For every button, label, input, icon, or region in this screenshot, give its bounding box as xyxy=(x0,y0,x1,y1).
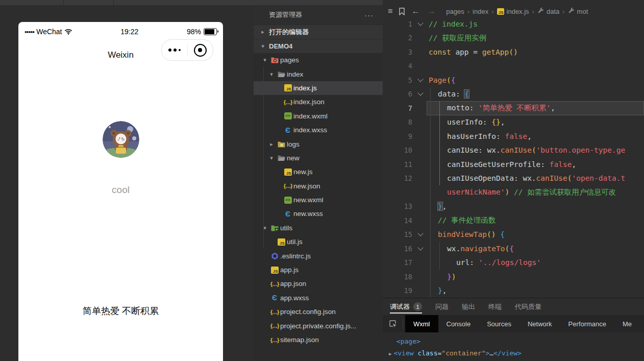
tree-item-new[interactable]: ▾new xyxy=(254,151,383,165)
code-line-8[interactable]: 8userInfo: {}, xyxy=(383,115,644,130)
token: ) xyxy=(505,188,510,196)
line-number[interactable]: 19 xyxy=(383,286,412,295)
code-line-10[interactable]: 10canIUse: wx.canIUse('button.open-type.… xyxy=(383,143,644,158)
tree-item-app.js[interactable]: JSapp.js xyxy=(254,263,383,277)
line-number[interactable]: 12 xyxy=(383,174,412,182)
code-line-4[interactable]: 4 xyxy=(383,59,644,74)
line-number[interactable]: 2 xyxy=(383,34,412,42)
explorer-section-DEMO4[interactable]: ▾DEMO4 xyxy=(254,39,383,53)
line-number[interactable]: 6 xyxy=(383,90,412,98)
code-line-12[interactable]: 12canIUseOpenData: wx.canIUse('open-data… xyxy=(383,172,644,186)
tree-item-pages[interactable]: ▾pages xyxy=(254,53,383,67)
user-avatar[interactable] xyxy=(103,121,139,158)
line-number[interactable]: 10 xyxy=(383,146,412,154)
chevron-down-icon xyxy=(417,76,423,82)
devtools-tab-Network[interactable]: Network xyxy=(519,315,560,332)
bookmark-icon[interactable] xyxy=(399,8,405,15)
tree-item-.eslintrc.js[interactable]: .eslintrc.js xyxy=(254,249,383,262)
line-number[interactable]: 7 xyxy=(383,104,412,112)
line-number[interactable]: 17 xyxy=(383,258,412,267)
debugger-tab-调试器[interactable]: 调试器1 xyxy=(390,298,422,315)
tree-item-util.js[interactable]: JSutil.js xyxy=(254,235,383,249)
code-line-1[interactable]: 1// index.js xyxy=(383,17,644,31)
code-line-17[interactable]: 17url: '../logs/logs' xyxy=(383,256,644,270)
fold-chevron-icon[interactable] xyxy=(412,23,429,25)
line-number[interactable]: 8 xyxy=(383,118,412,126)
line-number[interactable]: 9 xyxy=(383,132,412,140)
fold-chevron-icon[interactable] xyxy=(412,233,429,235)
fold-chevron-icon[interactable] xyxy=(412,79,429,81)
fold-chevron-icon[interactable] xyxy=(412,93,429,95)
line-number[interactable]: 15 xyxy=(383,230,412,238)
more-button[interactable] xyxy=(162,40,187,60)
tree-item-index[interactable]: ▾index xyxy=(254,67,383,81)
devtools-tab-Console[interactable]: Console xyxy=(438,315,479,332)
devtools-tab-Performance[interactable]: Performance xyxy=(560,315,614,332)
fold-chevron-icon[interactable] xyxy=(412,248,429,250)
code-line-16[interactable]: 16wx.navigateTo({ xyxy=(383,242,644,256)
explorer-more-icon[interactable]: ··· xyxy=(364,11,374,19)
debugger-tab-代码质量[interactable]: 代码质量 xyxy=(515,298,541,315)
close-minibar-button[interactable] xyxy=(188,40,213,60)
debugger-tab-问题[interactable]: 问题 xyxy=(435,298,449,315)
navigate-forward-icon[interactable]: → xyxy=(427,6,436,16)
code-line-5[interactable]: 5Page({ xyxy=(383,73,644,87)
breadcrumb-item-data[interactable]: data xyxy=(537,7,559,15)
navigate-back-icon[interactable]: ← xyxy=(411,6,420,16)
breadcrumb-item-index[interactable]: index xyxy=(473,8,488,15)
inspect-element-icon[interactable] xyxy=(389,320,398,328)
code-area[interactable]: 1// index.js2// 获取应用实例3const app = getAp… xyxy=(383,17,644,298)
code-line-18[interactable]: 18}) xyxy=(383,270,644,284)
tree-item-new.json[interactable]: {…}new.json xyxy=(254,179,383,193)
code-line-13[interactable]: 13}, xyxy=(383,200,644,214)
code-line-9[interactable]: 9hasUserInfo: false, xyxy=(383,129,644,143)
breadcrumb-item-pages[interactable]: pages xyxy=(446,8,464,15)
tree-item-new.wxss[interactable]: Эnew.wxss xyxy=(254,207,383,221)
line-number[interactable]: 5 xyxy=(383,76,412,84)
tree-item-utils[interactable]: ▾utils xyxy=(254,221,383,235)
code-line-2[interactable]: 2// 获取应用实例 xyxy=(383,31,644,45)
line-number[interactable]: 14 xyxy=(383,216,412,225)
tree-item-project.config.json[interactable]: {…}project.config.json xyxy=(254,305,383,319)
breadcrumb-separator: › xyxy=(467,8,469,15)
code-line-6[interactable]: 6data: { xyxy=(383,87,644,102)
tree-item-logs[interactable]: ▸logs xyxy=(254,137,383,151)
tree-item-index.js[interactable]: JSindex.js xyxy=(254,81,383,95)
line-number[interactable]: 3 xyxy=(383,48,412,56)
file-label: new.js xyxy=(293,168,313,176)
tree-item-new.wxml[interactable]: <>new.wxml xyxy=(254,193,383,207)
code-text: wx.navigateTo({ xyxy=(429,245,514,253)
tree-item-index.wxml[interactable]: <>index.wxml xyxy=(254,109,383,123)
line-number[interactable]: 18 xyxy=(383,273,412,281)
devtools-tab-Me[interactable]: Me xyxy=(614,315,640,332)
line-number[interactable]: 1 xyxy=(383,20,412,28)
code-line-15[interactable]: 15bindViewTap() { xyxy=(383,228,644,242)
debugger-tab-输出[interactable]: 输出 xyxy=(462,298,475,315)
devtools-tab-Sources[interactable]: Sources xyxy=(479,315,519,332)
line-number[interactable]: 16 xyxy=(383,245,412,253)
devtools-tab-Wxml[interactable]: Wxml xyxy=(405,315,438,332)
tree-item-app.wxss[interactable]: Эapp.wxss xyxy=(254,291,383,305)
code-line-14[interactable]: 14// 事件处理函数 xyxy=(383,213,644,228)
explorer-section-open-editors[interactable]: ▸打开的编辑器 xyxy=(254,25,383,39)
code-line-11[interactable]: 11canIUseGetUserProfile: false, xyxy=(383,157,644,172)
tree-item-index.json[interactable]: {…}index.json xyxy=(254,95,383,109)
tree-item-sitemap.json[interactable]: {…}sitemap.json xyxy=(254,333,383,347)
code-line-12-wrap[interactable]: userNickName') // 如需尝试获取用户信息可改 xyxy=(383,185,644,200)
breadcrumb-item-mot[interactable]: mot xyxy=(568,7,588,15)
tree-item-app.json[interactable]: {…}app.json xyxy=(254,277,383,291)
debugger-tab-终端[interactable]: 终端 xyxy=(488,298,502,315)
code-line-7[interactable]: 7motto: '简单热爱 不断积累', xyxy=(383,101,644,115)
line-number[interactable]: 4 xyxy=(383,62,412,70)
line-number[interactable]: 11 xyxy=(383,160,412,169)
token: { xyxy=(509,245,514,253)
line-number[interactable]: 13 xyxy=(383,202,412,210)
code-line-19[interactable]: 19}, xyxy=(383,284,644,298)
tree-item-new.js[interactable]: JSnew.js xyxy=(254,165,383,179)
tree-item-project.private.config.js...[interactable]: {…}project.private.config.js... xyxy=(254,319,383,332)
breadcrumb-item-index.js[interactable]: JSindex.js xyxy=(497,8,529,15)
expand-node-icon[interactable]: ▶ xyxy=(389,351,391,356)
tree-item-index.wxss[interactable]: Эindex.wxss xyxy=(254,123,383,137)
outline-list-icon[interactable]: ≡ xyxy=(388,7,392,16)
code-line-3[interactable]: 3const app = getApp() xyxy=(383,45,644,59)
